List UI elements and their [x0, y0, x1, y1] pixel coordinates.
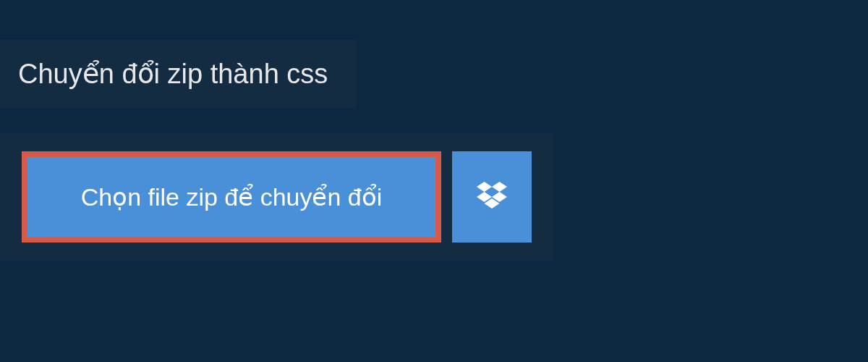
choose-file-button[interactable]: Chọn file zip để chuyển đổi — [22, 151, 441, 243]
page-title: Chuyển đổi zip thành css — [18, 58, 328, 90]
file-action-panel: Chọn file zip để chuyển đổi — [0, 133, 553, 261]
page-header: Chuyển đổi zip thành css — [0, 40, 357, 108]
dropbox-icon — [477, 182, 507, 213]
dropbox-button[interactable] — [452, 151, 532, 243]
